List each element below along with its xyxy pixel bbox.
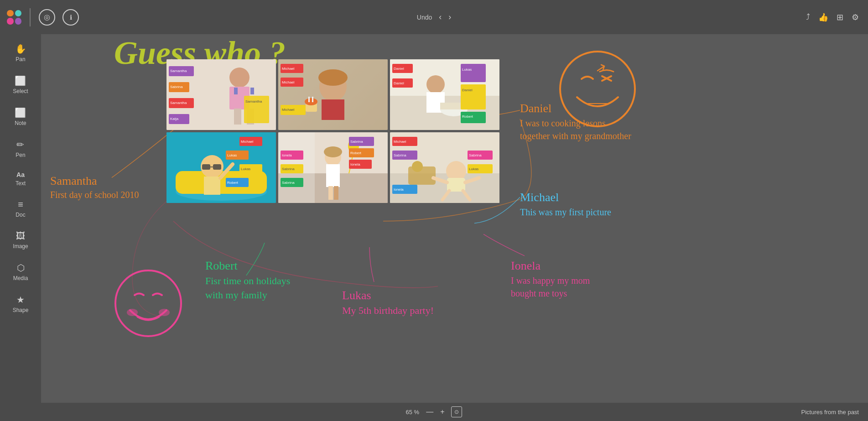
svg-text:Lukas: Lukas — [241, 167, 250, 171]
annotation-michael-text: This was my first picture — [520, 206, 611, 218]
bottom-right-label: Pictures from the past — [801, 409, 859, 416]
svg-rect-3 — [234, 88, 238, 94]
share-icon[interactable]: ⤴ — [806, 12, 810, 22]
sidebar-item-pen[interactable]: ✏ Pen — [16, 139, 25, 158]
app-logo[interactable] — [7, 10, 21, 25]
forward-button[interactable]: › — [448, 12, 451, 22]
svg-rect-21 — [322, 99, 344, 120]
svg-rect-55 — [213, 164, 221, 170]
sidebar-item-select[interactable]: ⬜ Select — [13, 75, 28, 94]
fit-button[interactable]: ⊙ — [451, 406, 462, 417]
svg-text:Lukas: Lukas — [462, 68, 472, 72]
fit-icon: ⊙ — [454, 409, 459, 415]
svg-text:Michael: Michael — [282, 80, 295, 84]
svg-point-35 — [426, 75, 445, 94]
svg-point-20 — [318, 69, 348, 86]
settings-icon[interactable]: ⚙ — [852, 12, 859, 22]
svg-rect-74 — [328, 186, 333, 200]
photo-2-content: Michael Michael Michael — [278, 59, 388, 130]
svg-rect-37 — [430, 92, 441, 94]
sidebar-label-note: Note — [15, 120, 26, 126]
svg-rect-4 — [250, 88, 254, 94]
svg-point-72 — [324, 146, 342, 157]
annotation-ionela-text: I was happy my mombought me toys — [511, 274, 590, 300]
svg-text:Lukas: Lukas — [227, 153, 237, 157]
svg-text:Katja: Katja — [170, 117, 179, 121]
sidebar-label-pen: Pen — [16, 152, 25, 158]
svg-rect-46 — [461, 64, 486, 82]
zoom-out-button[interactable]: — — [426, 408, 433, 416]
back-button[interactable]: ‹ — [439, 12, 442, 22]
pen-icon: ✏ — [16, 139, 24, 150]
right-controls: ⤴ 👍 ⊞ ⚙ — [806, 12, 859, 22]
annotation-lukas-text: My 5th birthday party! — [342, 304, 434, 318]
svg-rect-25 — [312, 97, 313, 102]
sidebar-label-shape: Shape — [13, 307, 29, 313]
sidebar-item-shape[interactable]: ★ Shape — [13, 294, 29, 313]
photo-cell-4[interactable]: Michael Lukas Lukas Robert — [166, 132, 276, 203]
sidebar-item-pan[interactable]: ✋ Pan — [15, 43, 26, 62]
svg-text:Ionela: Ionela — [350, 162, 360, 166]
undo-button[interactable]: Undo — [417, 14, 432, 21]
photo-cell-1[interactable]: Samantha Sabrina Samantha Samantha Katja — [166, 59, 276, 130]
note-icon: ⬜ — [15, 107, 26, 118]
svg-point-112 — [560, 52, 635, 126]
sidebar-item-text[interactable]: Aa Text — [16, 171, 26, 187]
bottombar: 65 % — + ⊙ Pictures from the past — [0, 403, 868, 421]
sidebar-label-media: Media — [13, 275, 28, 281]
svg-text:Sabrina: Sabrina — [282, 181, 295, 185]
svg-text:Ionela: Ionela — [394, 187, 404, 192]
annotation-lukas: Lukas My 5th birthday party! — [342, 287, 434, 318]
info-icon-top[interactable]: ℹ — [62, 9, 79, 26]
annotation-ionela: Ionela I was happy my mombought me toys — [511, 258, 590, 300]
photo-1-content: Samantha Sabrina Samantha Samantha Katja — [166, 59, 276, 130]
zoom-in-button[interactable]: + — [440, 408, 444, 416]
photo-cell-2[interactable]: Michael Michael Michael — [278, 59, 388, 130]
divider — [30, 8, 31, 26]
svg-text:Sabrina: Sabrina — [170, 85, 183, 89]
annotation-samantha-text: First day of school 2010 — [50, 189, 139, 201]
image-icon: 🖼 — [16, 231, 25, 241]
annotation-michael: Michael This was my first picture — [520, 189, 611, 218]
select-icon: ⬜ — [15, 75, 26, 86]
photo-cell-6[interactable]: Michael Sabrina Sabrina Lukas Ionela — [390, 132, 499, 203]
grid-icon[interactable]: ⊞ — [837, 12, 843, 22]
shape-icon: ★ — [16, 294, 25, 305]
annotation-robert-text: Fisr time on holidayswith my family — [205, 274, 290, 302]
svg-text:Michael: Michael — [241, 140, 254, 144]
like-icon[interactable]: 👍 — [818, 12, 828, 22]
svg-text:Robert: Robert — [350, 151, 362, 155]
sidebar-item-image[interactable]: 🖼 Image — [13, 231, 28, 249]
logo-dot-4 — [15, 18, 22, 25]
annotation-ionela-name: Ionela — [511, 258, 590, 274]
svg-text:Daniel: Daniel — [394, 67, 404, 71]
pan-icon: ✋ — [15, 43, 26, 54]
photo-cell-5[interactable]: Ionela Ionela Sabrina Sabrina Sabrina Ro… — [278, 132, 388, 203]
sidebar-item-media[interactable]: ⬡ Media — [13, 262, 28, 281]
photo-grid: Samantha Sabrina Samantha Samantha Katja — [166, 59, 499, 203]
sidebar-label-select: Select — [13, 88, 28, 94]
svg-text:Robert: Robert — [227, 181, 239, 185]
photo-6-content: Michael Sabrina Sabrina Lukas Ionela — [390, 132, 499, 203]
emoji-circle-pink — [112, 267, 185, 342]
sidebar: ✋ Pan ⬜ Select ⬜ Note ✏ Pen Aa Text ≡ Do… — [0, 34, 41, 421]
svg-rect-75 — [334, 186, 338, 200]
main-canvas: Guess who ? — [41, 34, 868, 403]
sidebar-item-note[interactable]: ⬜ Note — [15, 107, 26, 126]
logo-dot-3 — [7, 18, 14, 25]
svg-text:Ionela: Ionela — [282, 153, 292, 157]
sidebar-item-doc[interactable]: ≡ Doc — [16, 199, 25, 218]
svg-point-111 — [159, 309, 170, 316]
svg-text:Michael: Michael — [394, 140, 406, 144]
topbar: ◎ ℹ Undo ‹ › ⤴ 👍 ⊞ ⚙ — [0, 0, 868, 34]
emoji-svg-orange — [556, 48, 639, 130]
svg-rect-73 — [326, 164, 340, 187]
svg-rect-5 — [234, 109, 241, 125]
svg-text:Michael: Michael — [282, 108, 295, 112]
svg-point-1 — [229, 68, 249, 88]
svg-text:Samantha: Samantha — [245, 99, 262, 104]
profile-icon[interactable]: ◎ — [39, 9, 55, 26]
svg-text:Lukas: Lukas — [469, 167, 478, 171]
logo-dot-1 — [7, 10, 14, 17]
photo-cell-3[interactable]: Daniel Daniel Daniel Lukas Robert — [390, 59, 499, 130]
